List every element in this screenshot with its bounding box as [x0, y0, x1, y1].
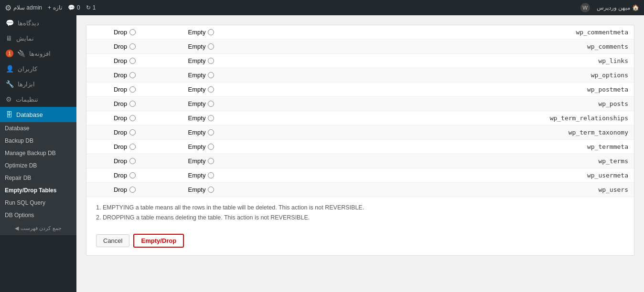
drop-radio[interactable] — [129, 72, 136, 78]
submenu-manage-backup[interactable]: Manage Backup DB — [0, 147, 76, 159]
collapse-arrow-icon: ◀ — [15, 225, 19, 231]
table-name: wp_usermeta — [239, 168, 634, 183]
empty-radio-label[interactable]: Empty — [169, 86, 234, 93]
drop-radio-label[interactable]: Drop — [92, 72, 157, 79]
table-row: DropEmptywp_comments — [86, 40, 634, 54]
empty-radio[interactable] — [208, 72, 214, 78]
table-row: DropEmptywp_postmeta — [86, 83, 634, 97]
empty-radio-label[interactable]: Empty — [169, 186, 234, 193]
submenu-repair[interactable]: Repair DB — [0, 172, 76, 184]
sidebar-item-database[interactable]: Database 🗄 — [0, 107, 76, 122]
empty-drop-button[interactable]: Empty/Drop — [133, 234, 184, 248]
sidebar-item-plugins[interactable]: افزونه‌ها 🔌 1 — [0, 46, 76, 61]
drop-radio-label[interactable]: Drop — [92, 129, 157, 136]
empty-radio[interactable] — [208, 86, 214, 93]
empty-radio[interactable] — [208, 29, 214, 35]
sidebar-item-settings[interactable]: تنظیمات ⚙ — [0, 92, 76, 107]
adminbar-new[interactable]: + تازه — [48, 4, 62, 11]
drop-radio-label[interactable]: Drop — [92, 115, 157, 122]
adminbar-comments[interactable]: 💬 0 — [68, 4, 80, 11]
empty-radio[interactable] — [208, 58, 214, 64]
adminbar-wp-logo[interactable]: W — [580, 3, 590, 12]
drop-radio-label[interactable]: Drop — [92, 57, 157, 64]
note-line2: 2. DROPPING a table means deleting the t… — [96, 213, 624, 223]
main-content: DropEmptywp_commentmetaDropEmptywp_comme… — [76, 15, 644, 292]
submenu-run-sql[interactable]: Run SQL Query — [0, 197, 76, 209]
drop-radio[interactable] — [129, 86, 136, 93]
drop-radio[interactable] — [129, 129, 136, 136]
cancel-button[interactable]: Cancel — [96, 234, 129, 247]
drop-radio[interactable] — [129, 29, 136, 35]
submenu-db-options[interactable]: DB Options — [0, 209, 76, 221]
submenu-optimize[interactable]: Optimize DB — [0, 159, 76, 172]
drop-radio[interactable] — [129, 115, 136, 121]
users-menu-icon: 👤 — [6, 65, 14, 73]
empty-radio-label[interactable]: Empty — [169, 157, 234, 165]
empty-label: Empty — [188, 172, 206, 179]
table-name: wp_posts — [239, 97, 634, 111]
empty-radio[interactable] — [208, 158, 214, 164]
sidebar-item-tools[interactable]: ابزارها 🔧 — [0, 76, 76, 92]
plugin-menu-icon: 🔌 — [17, 50, 25, 57]
drop-radio-label[interactable]: Drop — [92, 157, 157, 165]
drop-label: Drop — [114, 157, 127, 165]
drop-radio-label[interactable]: Drop — [92, 86, 157, 93]
empty-label: Empty — [188, 43, 206, 50]
display-menu-icon: 🖥 — [6, 34, 12, 42]
empty-radio-label[interactable]: Empty — [169, 115, 234, 122]
drop-radio-label[interactable]: Drop — [92, 172, 157, 179]
comment-menu-icon: 💬 — [6, 19, 14, 27]
empty-radio[interactable] — [208, 43, 214, 50]
empty-radio-label[interactable]: Empty — [169, 29, 234, 36]
empty-radio[interactable] — [208, 129, 214, 136]
drop-radio[interactable] — [129, 187, 136, 193]
empty-radio-label[interactable]: Empty — [169, 172, 234, 179]
sidebar-item-label: نمایش — [16, 35, 34, 42]
drop-radio-label[interactable]: Drop — [92, 186, 157, 193]
drop-radio[interactable] — [129, 101, 136, 107]
empty-radio[interactable] — [208, 115, 214, 121]
drop-radio-label[interactable]: Drop — [92, 29, 157, 36]
drop-radio[interactable] — [129, 43, 136, 50]
empty-radio-label[interactable]: Empty — [169, 72, 234, 79]
drop-label: Drop — [114, 43, 127, 50]
drop-radio-label[interactable]: Drop — [92, 43, 157, 50]
table-name: wp_links — [239, 54, 634, 68]
collapse-menu-button[interactable]: ◀ جمع کردن فهرست — [0, 221, 76, 235]
plugins-badge: 1 — [6, 50, 13, 57]
admin-bar: ⚙ سلام admin + تازه 💬 0 ↻ 1 🏠 میهن وردپر… — [0, 0, 644, 15]
submenu-database[interactable]: Database — [0, 122, 76, 135]
table-row: DropEmptywp_terms — [86, 154, 634, 168]
empty-radio-label[interactable]: Empty — [169, 57, 234, 64]
sidebar-item-users[interactable]: کاربران 👤 — [0, 61, 76, 76]
sidebar-item-appearance[interactable]: نمایش 🖥 — [0, 31, 76, 46]
empty-radio[interactable] — [208, 187, 214, 193]
adminbar-site-name[interactable]: ⚙ سلام admin — [5, 3, 42, 12]
table-name: wp_comments — [239, 40, 634, 54]
empty-radio-label[interactable]: Empty — [169, 129, 234, 136]
drop-radio[interactable] — [129, 58, 136, 64]
empty-radio-label[interactable]: Empty — [169, 43, 234, 50]
empty-radio[interactable] — [208, 172, 214, 178]
adminbar-updates[interactable]: ↻ 1 — [86, 4, 96, 11]
sidebar-item-label: ابزارها — [18, 81, 35, 88]
submenu-empty-drop[interactable]: Empty/Drop Tables — [0, 184, 76, 197]
empty-radio-label[interactable]: Empty — [169, 143, 234, 150]
submenu-backup-db[interactable]: Backup DB — [0, 135, 76, 147]
empty-radio-label[interactable]: Empty — [169, 100, 234, 107]
table-row: DropEmptywp_posts — [86, 97, 634, 111]
drop-radio[interactable] — [129, 172, 136, 178]
empty-label: Empty — [188, 143, 206, 150]
tools-menu-icon: 🔧 — [6, 80, 14, 88]
empty-radio[interactable] — [208, 101, 214, 107]
drop-radio[interactable] — [129, 144, 136, 150]
drop-radio[interactable] — [129, 158, 136, 164]
drop-radio-label[interactable]: Drop — [92, 143, 157, 150]
adminbar-home[interactable]: 🏠 میهن وردپرس — [597, 4, 639, 11]
drop-label: Drop — [114, 172, 127, 179]
empty-radio[interactable] — [208, 144, 214, 150]
drop-radio-label[interactable]: Drop — [92, 100, 157, 107]
settings-menu-icon: ⚙ — [6, 95, 12, 103]
sidebar-item-comments[interactable]: دیدگاه‌ها 💬 — [0, 15, 76, 31]
table-name: wp_options — [239, 68, 634, 83]
